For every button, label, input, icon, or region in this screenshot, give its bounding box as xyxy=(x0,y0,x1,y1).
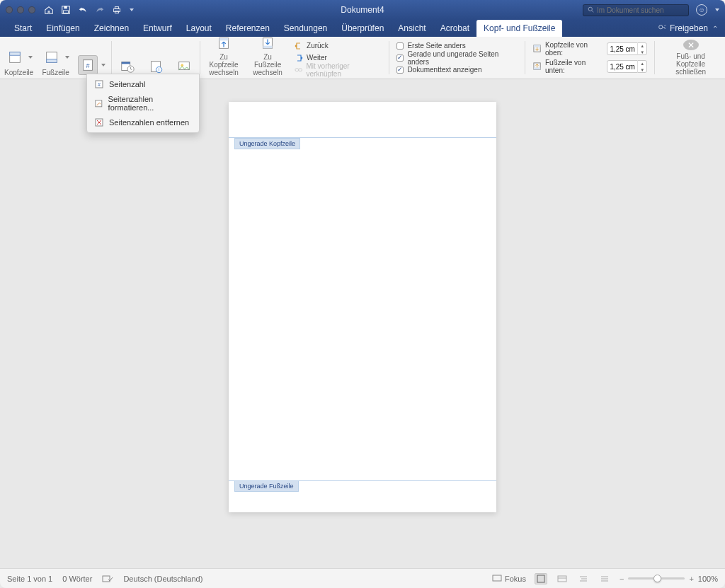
spin-up-icon[interactable]: ▲ xyxy=(638,42,646,49)
footer-from-bottom-input[interactable]: ▲▼ xyxy=(607,60,647,73)
page-count[interactable]: Seite 1 von 1 xyxy=(7,575,52,583)
chevron-down-icon xyxy=(101,64,105,67)
header-icon xyxy=(5,47,25,67)
pagenumber-icon: # xyxy=(94,79,104,89)
print-icon[interactable] xyxy=(112,5,122,15)
tab-entwurf[interactable]: Entwurf xyxy=(136,20,179,37)
undo-icon[interactable] xyxy=(78,5,88,15)
collapse-ribbon-icon[interactable]: ⌃ xyxy=(712,25,718,33)
header-badge: Ungerade Kopfzeile xyxy=(234,138,300,149)
zoom-in[interactable]: + xyxy=(689,575,693,583)
nav-previous[interactable]: Zurück xyxy=(294,40,383,52)
tab-ueberpruefen[interactable]: Überprüfen xyxy=(334,20,391,37)
show-doc-text[interactable]: Dokumenttext anzeigen xyxy=(396,64,518,76)
datetime-button[interactable] xyxy=(113,37,142,79)
print-layout-view[interactable] xyxy=(535,573,547,584)
minimize-window-dot[interactable] xyxy=(17,6,24,13)
share-button[interactable]: Freigeben xyxy=(657,23,708,33)
tab-sendungen[interactable]: Sendungen xyxy=(277,20,334,37)
feedback-icon[interactable]: ☺ xyxy=(696,4,707,16)
fusszeile-label: Fußzeile xyxy=(42,69,69,76)
pictures-button[interactable] xyxy=(170,37,198,79)
tab-start[interactable]: Start xyxy=(7,20,39,37)
svg-text:#: # xyxy=(98,82,101,87)
tab-acrobat[interactable]: Acrobat xyxy=(433,20,476,37)
close-hf-label: Fuß- und Kopfzeile schließen xyxy=(663,52,718,76)
tab-layout[interactable]: Layout xyxy=(179,20,219,37)
focus-mode[interactable]: Fokus xyxy=(492,575,526,583)
odd-even-different[interactable]: Gerade und ungerade Seiten anders xyxy=(396,52,518,64)
web-layout-view[interactable] xyxy=(556,573,569,584)
tab-kopf-fusszeile[interactable]: Kopf- und Fußzeile xyxy=(476,20,562,37)
svg-rect-12 xyxy=(47,59,57,63)
word-count[interactable]: 0 Wörter xyxy=(62,575,92,583)
spin-down-icon[interactable]: ▼ xyxy=(638,49,646,55)
search-input[interactable] xyxy=(597,6,684,14)
menu-item-label: Seitenzahlen entfernen xyxy=(109,118,189,127)
footer-position-icon xyxy=(532,62,542,71)
tab-zeichnen[interactable]: Zeichnen xyxy=(87,20,136,37)
chevron-down-icon xyxy=(28,56,33,59)
document-area[interactable]: Ungerade Kopfzeile Ungerade Fußzeile xyxy=(0,79,725,568)
tab-ansicht[interactable]: Ansicht xyxy=(391,20,433,37)
seitenzahl-button[interactable]: # xyxy=(74,37,110,79)
chevron-down-icon xyxy=(65,56,69,59)
menu-seitenzahlen-formatieren[interactable]: Seitenzahlen formatieren... xyxy=(87,92,199,115)
spin-down-icon[interactable]: ▼ xyxy=(638,67,646,73)
svg-rect-26 xyxy=(219,38,229,41)
home-icon[interactable] xyxy=(44,5,54,15)
menu-seitenzahl[interactable]: # Seitenzahl xyxy=(87,76,199,92)
close-header-footer-button[interactable]: ✕ Fuß- und Kopfzeile schließen xyxy=(656,37,725,79)
pagenumber-icon: # xyxy=(78,55,98,75)
goto-header-icon xyxy=(214,35,234,52)
header-position-field[interactable] xyxy=(607,45,637,53)
traffic-lights xyxy=(6,6,35,13)
svg-rect-30 xyxy=(299,69,302,71)
options-group: Erste Seite anders Gerade und ungerade S… xyxy=(391,37,523,79)
draft-view[interactable] xyxy=(598,573,611,584)
page[interactable]: Ungerade Kopfzeile Ungerade Fußzeile xyxy=(229,102,496,512)
spin-up-icon[interactable]: ▲ xyxy=(638,60,646,67)
position-group: Kopfzeile von oben: ▲▼ Fußzeile von unte… xyxy=(527,37,653,79)
menu-item-label: Seitenzahl xyxy=(109,80,145,88)
share-label: Freigeben xyxy=(670,23,708,33)
docinfo-button[interactable]: i xyxy=(142,37,170,79)
language[interactable]: Deutsch (Deutschland) xyxy=(123,575,202,583)
header-from-top-input[interactable]: ▲▼ xyxy=(607,42,647,55)
goto-header-button[interactable]: Zu Kopfzeile wechseln xyxy=(202,37,246,79)
kopfzeile-button[interactable]: Kopfzeile xyxy=(0,37,38,79)
svg-rect-43 xyxy=(537,575,544,582)
show-doc-text-label: Dokumenttext anzeigen xyxy=(407,66,481,74)
qat-customize-icon[interactable] xyxy=(130,8,134,11)
focus-label: Fokus xyxy=(505,575,526,583)
svg-point-8 xyxy=(659,25,663,29)
close-window-dot[interactable] xyxy=(6,6,13,13)
nav-next-label: Weiter xyxy=(307,54,327,62)
zoom-slider[interactable] xyxy=(628,577,685,580)
svg-rect-42 xyxy=(493,575,501,581)
tab-einfuegen[interactable]: Einfügen xyxy=(39,20,86,37)
link-icon xyxy=(294,65,303,75)
goto-footer-label: Zu Fußzeile wechseln xyxy=(250,53,285,76)
footer-icon xyxy=(42,47,62,67)
zoom-out[interactable]: − xyxy=(620,575,624,583)
fusszeile-button[interactable]: Fußzeile xyxy=(38,37,74,79)
goto-footer-button[interactable]: Zu Fußzeile wechseln xyxy=(246,37,290,79)
spellcheck-icon[interactable] xyxy=(102,574,113,584)
svg-rect-29 xyxy=(295,69,299,71)
ribbon: Kopfzeile Fußzeile # i Zu Kopfzeile wech… xyxy=(0,37,725,79)
menu-seitenzahlen-entfernen[interactable]: Seitenzahlen entfernen xyxy=(87,115,199,130)
zoom-value[interactable]: 100% xyxy=(698,575,718,583)
svg-rect-34 xyxy=(534,68,540,70)
outline-view[interactable] xyxy=(577,573,590,584)
goto-footer-icon xyxy=(258,35,278,52)
odd-even-label: Gerade und ungerade Seiten anders xyxy=(407,50,518,66)
save-icon[interactable] xyxy=(61,5,71,15)
zoom-knob[interactable] xyxy=(653,575,661,582)
footer-badge: Ungerade Fußzeile xyxy=(234,480,299,492)
search-box[interactable] xyxy=(583,4,689,16)
feedback-dropdown-icon[interactable] xyxy=(715,8,719,11)
footer-position-field[interactable] xyxy=(607,63,637,71)
redo-icon[interactable] xyxy=(95,5,105,15)
zoom-window-dot[interactable] xyxy=(28,6,35,13)
